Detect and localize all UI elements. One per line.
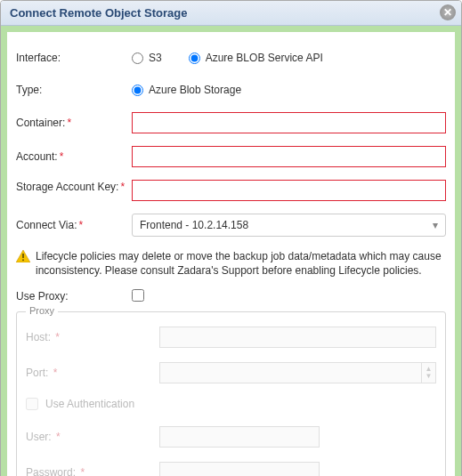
proxy-user-label: User: * (26, 431, 159, 443)
storage-key-label: Storage Account Key:* (16, 180, 132, 194)
close-icon: ✕ (443, 7, 452, 18)
row-proxy-host: Host: * (26, 327, 436, 348)
use-proxy-checkbox[interactable] (132, 289, 144, 302)
row-proxy-user: User: * (26, 426, 436, 448)
radio-azure-label: Azure BLOB Service API (206, 52, 323, 64)
proxy-host-input (159, 327, 436, 348)
connect-via-label: Connect Via:* (16, 218, 132, 232)
radio-type-label: Azure Blob Storage (149, 84, 241, 96)
account-input[interactable] (132, 146, 446, 167)
svg-rect-1 (22, 254, 24, 258)
proxy-port-field: ▲ ▼ (159, 362, 436, 383)
connect-via-field: Frontend - 10.2.14.158 ▾ (132, 214, 446, 237)
interface-label: Interface: (16, 51, 132, 65)
dialog-body-outer: Interface: S3 Azure BLOB Service API Typ… (1, 26, 461, 476)
use-auth-label: Use Authentication (45, 398, 134, 410)
close-button[interactable]: ✕ (440, 4, 456, 20)
svg-rect-2 (22, 260, 24, 262)
radio-azure[interactable]: Azure BLOB Service API (189, 52, 323, 64)
required-marker: * (79, 219, 84, 231)
proxy-user-input (159, 426, 320, 448)
radio-azure-blob-storage[interactable]: Azure Blob Storage (132, 84, 241, 96)
type-radio-group: Azure Blob Storage (132, 84, 446, 96)
warning-text: Lifecycle policies may delete or move th… (36, 249, 446, 278)
account-field (132, 146, 446, 167)
row-proxy-password: Password: * (26, 462, 436, 476)
type-label: Type: (16, 83, 132, 97)
proxy-password-input (159, 462, 320, 476)
required-marker: * (80, 466, 85, 476)
required-marker: * (67, 117, 71, 129)
row-account: Account:* (16, 146, 446, 167)
row-connect-via: Connect Via:* Frontend - 10.2.14.158 ▾ (16, 214, 446, 237)
chevron-down-icon: ▼ (426, 373, 433, 380)
dialog-connect-remote-object-storage: Connect Remote Object Storage ✕ Interfac… (0, 0, 462, 476)
row-use-proxy: Use Proxy: (16, 286, 446, 306)
storage-key-input[interactable] (132, 180, 446, 201)
proxy-port-spinner: ▲ ▼ (159, 362, 436, 383)
row-use-auth: Use Authentication (26, 398, 436, 410)
radio-azure-input[interactable] (189, 52, 200, 64)
titlebar: Connect Remote Object Storage ✕ (1, 1, 461, 26)
proxy-port-value (160, 363, 421, 383)
use-proxy-label: Use Proxy: (16, 289, 132, 303)
proxy-host-field (159, 327, 436, 348)
connect-via-combo[interactable]: Frontend - 10.2.14.158 ▾ (132, 214, 446, 237)
required-marker: * (53, 367, 58, 379)
storage-key-field (132, 180, 446, 201)
row-storage-key: Storage Account Key:* (16, 180, 446, 201)
proxy-port-label: Port: * (26, 367, 159, 379)
dialog-title: Connect Remote Object Storage (10, 6, 187, 20)
required-marker: * (60, 150, 64, 163)
chevron-down-icon: ▾ (433, 219, 438, 231)
proxy-password-field (159, 462, 320, 476)
radio-s3-input[interactable] (132, 52, 143, 64)
use-auth-checkbox (26, 398, 38, 410)
container-label: Container:* (16, 116, 132, 130)
row-container: Container:* (16, 112, 446, 133)
proxy-fieldset: Proxy Host: * Port: * ▲ ▼ (16, 311, 446, 476)
row-interface: Interface: S3 Azure BLOB Service API (16, 48, 446, 68)
required-marker: * (55, 331, 60, 343)
dialog-body: Interface: S3 Azure BLOB Service API Typ… (6, 31, 456, 476)
use-proxy-field (132, 289, 446, 304)
proxy-host-label: Host: * (26, 331, 159, 343)
container-input[interactable] (132, 112, 446, 133)
proxy-user-field (159, 426, 320, 448)
required-marker: * (120, 181, 125, 193)
required-marker: * (56, 431, 61, 443)
radio-s3[interactable]: S3 (132, 52, 162, 64)
warning-row: Lifecycle policies may delete or move th… (16, 249, 446, 278)
connect-via-value: Frontend - 10.2.14.158 (140, 219, 248, 231)
radio-s3-label: S3 (149, 52, 162, 64)
warning-icon (16, 250, 30, 262)
row-type: Type: Azure Blob Storage (16, 80, 446, 100)
row-proxy-port: Port: * ▲ ▼ (26, 362, 436, 383)
proxy-password-label: Password: * (26, 466, 159, 476)
proxy-legend: Proxy (26, 305, 58, 316)
container-field (132, 112, 446, 133)
radio-type-input[interactable] (132, 85, 143, 96)
interface-radio-group: S3 Azure BLOB Service API (132, 52, 446, 64)
spinner-arrows: ▲ ▼ (421, 363, 435, 383)
account-label: Account:* (16, 149, 132, 164)
